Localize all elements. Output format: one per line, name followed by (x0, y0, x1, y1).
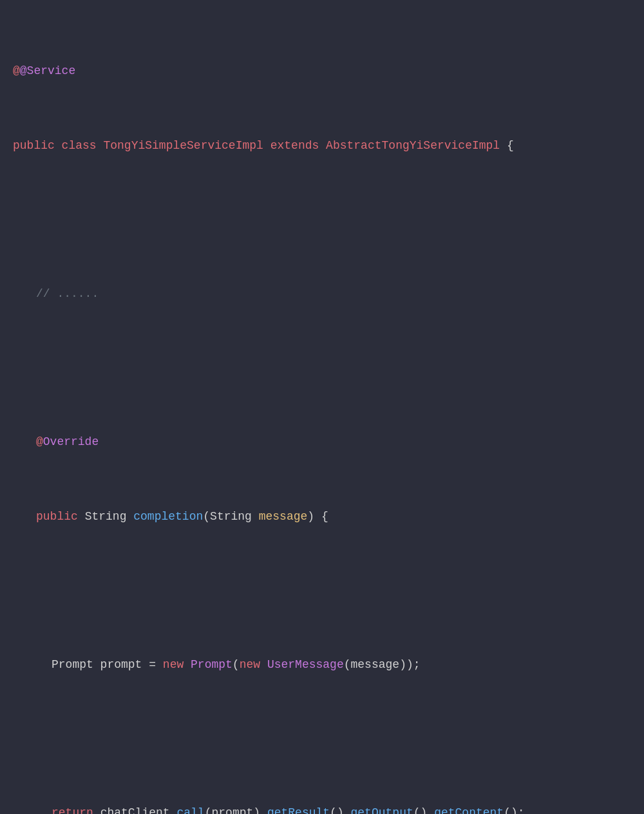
method1-sig-line: public String completion(String message)… (13, 507, 631, 526)
msg-arg-1: (message)); (344, 658, 421, 671)
paren-5: (); (504, 806, 524, 814)
at-symbol-2: @ (36, 435, 43, 448)
paren-3: (). (330, 806, 350, 814)
annotation-service-line: @@Service (13, 62, 631, 80)
public-keyword-2: public (36, 510, 85, 523)
param-message-1: message (259, 510, 308, 523)
extends-keyword: extends (270, 139, 326, 152)
comment-text: // ...... (36, 287, 99, 300)
getresult-method: getResult (267, 806, 330, 814)
method-completion: completion (133, 510, 203, 523)
comment-line: // ...... (13, 285, 631, 303)
class-name: TongYiSimpleServiceImpl (103, 139, 270, 152)
return-line-1: return chatClient.call(prompt).getResult… (13, 804, 631, 814)
override1-annotation-line: @Override (13, 433, 631, 451)
override-annotation-1: Override (43, 435, 99, 448)
blank-line-1 (13, 211, 631, 229)
paren-4: (). (413, 806, 434, 814)
prompt-type: Prompt prompt = (52, 658, 163, 671)
blank-line-2 (13, 359, 631, 377)
prompt-class: Prompt (191, 658, 232, 671)
return-keyword-1: return (52, 806, 100, 814)
code-container: @@Service public class TongYiSimpleServi… (13, 6, 631, 814)
call-method: call (176, 806, 204, 814)
getcontent-method: getContent (434, 806, 504, 814)
getoutput-method: getOutput (351, 806, 413, 814)
new-keyword-2: new (240, 658, 267, 671)
chat-client-chain: chatClient. (100, 806, 177, 814)
prompt-line: Prompt prompt = new Prompt(new UserMessa… (13, 656, 631, 674)
call-arg: (prompt). (205, 806, 267, 814)
parent-class-name: AbstractTongYiServiceImpl (326, 139, 500, 152)
usermessage-class: UserMessage (267, 658, 344, 671)
paren-close-1: ) { (307, 510, 328, 523)
service-annotation: @Service (20, 64, 75, 77)
open-brace: { (500, 139, 514, 152)
public-keyword: public class (13, 139, 103, 152)
at-symbol: @ (13, 64, 20, 77)
string-return-type: String (85, 510, 134, 523)
blank-line-3 (13, 582, 631, 600)
class-declaration-line: public class TongYiSimpleServiceImpl ext… (13, 137, 631, 155)
paren-open-1: (String (203, 510, 258, 523)
paren-2: ( (232, 658, 240, 671)
new-keyword-1: new (163, 658, 191, 671)
blank-line-4 (13, 730, 631, 748)
